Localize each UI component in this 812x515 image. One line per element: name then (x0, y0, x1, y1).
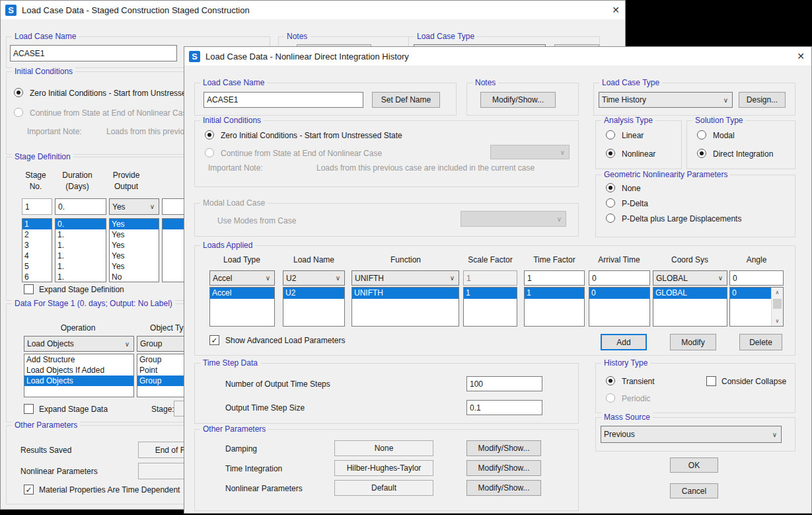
show-advanced-load-parameters-checkbox[interactable]: ✓ (209, 335, 219, 345)
expand-stage-data-checkbox[interactable] (24, 404, 34, 414)
list-item[interactable]: Yes (110, 240, 159, 251)
add-button[interactable]: Add (601, 334, 647, 350)
list-item[interactable]: Yes (110, 251, 159, 261)
radio-label[interactable]: Nonlinear (622, 149, 655, 159)
arrival-time-list[interactable]: 0 (589, 287, 650, 327)
expand-stage-definition-checkbox[interactable] (24, 284, 34, 294)
zero-initial-conditions-radio[interactable] (205, 130, 214, 139)
output-time-step-size-input[interactable]: 0.1 (466, 400, 542, 415)
angle-input[interactable]: 0 (729, 270, 784, 286)
list-item[interactable]: 1. (55, 251, 106, 261)
set-def-name-button[interactable]: Set Def Name (372, 92, 440, 108)
list-item[interactable]: 1. (55, 229, 106, 240)
function-list[interactable]: UNIFTH (351, 287, 459, 327)
duration-input[interactable]: 0. (55, 198, 106, 215)
radio-label[interactable]: Transient (622, 377, 655, 386)
zero-initial-conditions-radio[interactable] (14, 88, 23, 97)
number-of-output-time-steps-input[interactable]: 100 (466, 376, 542, 391)
list-item[interactable]: U2 (283, 288, 344, 299)
list-item[interactable]: Add Structure (24, 354, 133, 365)
load-type-list[interactable]: Accel (209, 287, 275, 327)
radio-label[interactable]: Modal (713, 131, 735, 140)
list-item[interactable]: GLOBAL (653, 288, 727, 299)
damping-modify-show-button[interactable]: Modify/Show... (466, 440, 541, 456)
list-item[interactable]: 1 (464, 288, 517, 299)
list-item[interactable]: 3 (22, 240, 52, 251)
checkbox-label[interactable]: Expand Stage Definition (39, 285, 124, 294)
coord-sys-select[interactable]: GLOBAL ∨ (653, 270, 727, 286)
list-item[interactable]: Load Objects (24, 376, 133, 386)
scroll-up-icon[interactable]: ∧ (772, 288, 783, 297)
transient-radio[interactable] (606, 376, 615, 385)
list-item[interactable]: 1 (525, 288, 584, 299)
list-item[interactable]: Yes (110, 219, 159, 229)
time-factor-input[interactable]: 1 (524, 270, 585, 286)
duration-list[interactable]: 0. 1. 1. 1. 1. 1. (55, 218, 106, 282)
consider-collapse-checkbox[interactable] (706, 376, 716, 386)
ok-button[interactable]: OK (670, 457, 718, 473)
linear-radio[interactable] (606, 130, 615, 139)
notes-modify-show-button[interactable]: Modify/Show... (480, 92, 556, 108)
angle-list[interactable]: 0 ∧ ∨ (729, 287, 784, 327)
p-delta-large-displacements-radio[interactable] (606, 214, 615, 223)
list-item[interactable]: Yes (110, 229, 159, 240)
list-item[interactable]: 1 (22, 219, 52, 229)
close-icon[interactable]: ✕ (797, 51, 805, 61)
operation-list[interactable]: Add Structure Load Objects If Added Load… (24, 354, 134, 397)
modify-button[interactable]: Modify (670, 334, 716, 350)
close-icon[interactable]: ✕ (612, 5, 620, 15)
list-item[interactable]: 1. (55, 261, 106, 272)
stage-no-list[interactable]: 1 2 3 4 5 6 (22, 218, 52, 282)
list-item[interactable]: 2 (22, 229, 52, 240)
checkbox-label[interactable]: Consider Collapse (721, 377, 786, 386)
scale-factor-list[interactable]: 1 (463, 287, 517, 327)
list-item[interactable]: Accel (210, 288, 274, 299)
scrollbar-thumb[interactable] (773, 299, 782, 309)
checkbox-label[interactable]: Show Advanced Load Parameters (225, 336, 345, 345)
list-item[interactable]: 6 (22, 272, 52, 282)
radio-label[interactable]: None (622, 184, 641, 193)
time-factor-list[interactable]: 1 (524, 287, 585, 327)
provide-output-select[interactable]: Yes ∨ (109, 198, 159, 215)
none-radio[interactable] (606, 183, 615, 192)
list-item[interactable]: No (110, 272, 159, 282)
continue-from-state-radio[interactable] (205, 148, 214, 157)
p-delta-radio[interactable] (606, 198, 615, 208)
checkbox-label[interactable]: Material Properties Are Time Dependent (39, 485, 180, 495)
load-name-select[interactable]: U2 ∨ (283, 270, 345, 286)
cancel-button[interactable]: Cancel (670, 483, 718, 498)
scrollbar[interactable]: ∧ ∨ (771, 288, 783, 326)
direct-integration-radio[interactable] (697, 149, 706, 158)
scroll-down-icon[interactable]: ∨ (772, 316, 783, 326)
list-item[interactable]: 0 (589, 288, 649, 299)
provide-output-list[interactable]: Yes Yes Yes Yes Yes No (109, 218, 159, 282)
checkbox-label[interactable]: Expand Stage Data (39, 405, 108, 414)
function-select[interactable]: UNIFTH ∨ (351, 270, 459, 286)
delete-button[interactable]: Delete (739, 334, 782, 350)
list-item[interactable]: 0. (55, 219, 106, 229)
mass-source-select[interactable]: Previous ∨ (601, 426, 782, 443)
periodic-radio[interactable] (606, 393, 615, 403)
load-case-name-input[interactable]: ACASE1 (10, 45, 177, 61)
modal-radio[interactable] (697, 130, 706, 139)
load-name-list[interactable]: U2 (283, 287, 345, 327)
list-item[interactable]: 1. (55, 240, 106, 251)
list-item[interactable]: 4 (22, 251, 52, 261)
time-integration-modify-show-button[interactable]: Modify/Show... (466, 460, 541, 476)
continue-from-state-radio[interactable] (14, 108, 23, 117)
list-item[interactable]: 0 (730, 288, 772, 299)
list-item[interactable]: 5 (22, 261, 52, 272)
list-item[interactable]: Yes (110, 261, 159, 272)
list-item[interactable]: Load Objects If Added (24, 365, 133, 376)
material-time-dependent-checkbox[interactable]: ✓ (24, 485, 34, 495)
arrival-time-input[interactable]: 0 (589, 270, 650, 286)
radio-label[interactable]: Linear (622, 131, 644, 140)
radio-label[interactable]: P-Delta (622, 199, 648, 208)
radio-label[interactable]: Direct Integration (713, 149, 773, 159)
nonlinear-parameters-modify-show-button[interactable]: Modify/Show... (466, 480, 541, 496)
radio-label[interactable]: Zero Initial Conditions - Start from Uns… (221, 131, 402, 140)
list-item[interactable]: UNIFTH (352, 288, 459, 299)
operation-select[interactable]: Load Objects ∨ (24, 336, 134, 352)
load-case-name-input[interactable]: ACASE1 (203, 92, 363, 108)
nonlinear-radio[interactable] (606, 149, 615, 158)
